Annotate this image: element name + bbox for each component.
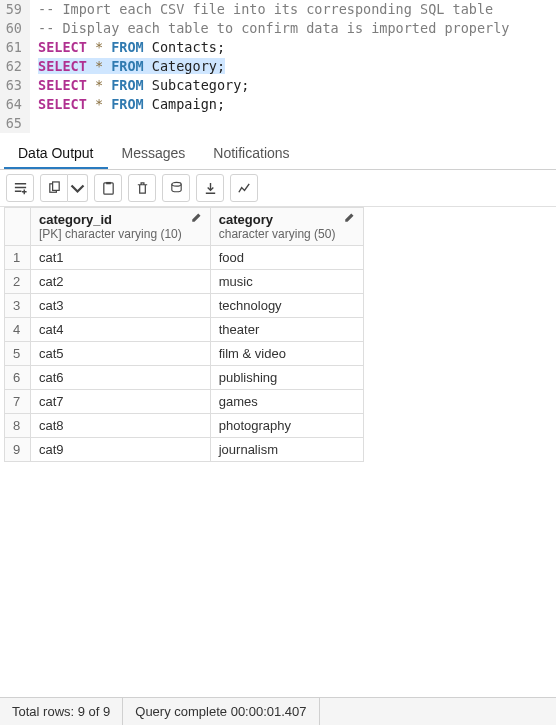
line-number: 60 <box>4 19 22 38</box>
download-button[interactable] <box>196 174 224 202</box>
column-header-category[interactable]: category character varying (50) <box>210 208 364 246</box>
delete-button[interactable] <box>128 174 156 202</box>
row-number-header <box>5 208 31 246</box>
line-number: 62 <box>4 57 22 76</box>
line-number: 61 <box>4 38 22 57</box>
code-line[interactable]: -- Display each table to confirm data is… <box>38 19 509 38</box>
cell-category_id[interactable]: cat8 <box>31 414 211 438</box>
chart-line-icon <box>237 181 252 196</box>
column-type: [PK] character varying (10) <box>39 227 182 241</box>
sql-editor[interactable]: 59606162636465 -- Import each CSV file i… <box>0 0 556 133</box>
cell-category[interactable]: music <box>210 270 364 294</box>
cell-category_id[interactable]: cat6 <box>31 366 211 390</box>
download-icon <box>203 181 218 196</box>
cell-category[interactable]: games <box>210 390 364 414</box>
tab-messages[interactable]: Messages <box>108 137 200 169</box>
table-row[interactable]: 2cat2music <box>5 270 364 294</box>
save-data-button[interactable] <box>162 174 190 202</box>
cell-category_id[interactable]: cat7 <box>31 390 211 414</box>
cell-category_id[interactable]: cat2 <box>31 270 211 294</box>
pencil-icon[interactable] <box>190 212 202 227</box>
row-number-cell[interactable]: 2 <box>5 270 31 294</box>
row-number-cell[interactable]: 8 <box>5 414 31 438</box>
column-name: category_id <box>39 212 182 227</box>
row-number-cell[interactable]: 6 <box>5 366 31 390</box>
output-tabs: Data Output Messages Notifications <box>0 137 556 170</box>
chevron-down-icon <box>70 181 85 196</box>
svg-point-4 <box>171 182 180 186</box>
pencil-icon[interactable] <box>343 212 355 227</box>
svg-rect-1 <box>52 181 59 189</box>
row-number-cell[interactable]: 5 <box>5 342 31 366</box>
row-number-cell[interactable]: 3 <box>5 294 31 318</box>
row-number-cell[interactable]: 1 <box>5 246 31 270</box>
copy-icon <box>47 181 62 196</box>
cell-category_id[interactable]: cat5 <box>31 342 211 366</box>
code-line[interactable]: -- Import each CSV file into its corresp… <box>38 0 509 19</box>
results-grid[interactable]: category_id [PK] character varying (10) … <box>4 207 364 462</box>
code-area[interactable]: -- Import each CSV file into its corresp… <box>30 0 509 133</box>
cell-category[interactable]: publishing <box>210 366 364 390</box>
cell-category[interactable]: photography <box>210 414 364 438</box>
cell-category_id[interactable]: cat3 <box>31 294 211 318</box>
table-row[interactable]: 5cat5film & video <box>5 342 364 366</box>
paste-button[interactable] <box>94 174 122 202</box>
copy-dropdown-button[interactable] <box>68 174 88 202</box>
code-line[interactable] <box>38 114 509 133</box>
tab-data-output[interactable]: Data Output <box>4 137 108 169</box>
clipboard-icon <box>101 181 116 196</box>
results-toolbar <box>0 170 556 207</box>
cell-category_id[interactable]: cat9 <box>31 438 211 462</box>
table-row[interactable]: 8cat8photography <box>5 414 364 438</box>
column-type: character varying (50) <box>219 227 336 241</box>
column-header-category_id[interactable]: category_id [PK] character varying (10) <box>31 208 211 246</box>
table-row[interactable]: 6cat6publishing <box>5 366 364 390</box>
trash-icon <box>135 181 150 196</box>
database-save-icon <box>169 181 184 196</box>
table-row[interactable]: 1cat1food <box>5 246 364 270</box>
code-line[interactable]: SELECT * FROM Subcategory; <box>38 76 509 95</box>
add-row-button[interactable] <box>6 174 34 202</box>
tab-notifications[interactable]: Notifications <box>199 137 303 169</box>
column-name: category <box>219 212 336 227</box>
code-line[interactable]: SELECT * FROM Category; <box>38 57 509 76</box>
table-row[interactable]: 4cat4theater <box>5 318 364 342</box>
line-number: 65 <box>4 114 22 133</box>
cell-category[interactable]: film & video <box>210 342 364 366</box>
cell-category[interactable]: theater <box>210 318 364 342</box>
table-row[interactable]: 7cat7games <box>5 390 364 414</box>
code-line[interactable]: SELECT * FROM Contacts; <box>38 38 509 57</box>
line-number-gutter: 59606162636465 <box>0 0 30 133</box>
line-number: 64 <box>4 95 22 114</box>
cell-category[interactable]: food <box>210 246 364 270</box>
cell-category_id[interactable]: cat1 <box>31 246 211 270</box>
add-row-icon <box>13 181 28 196</box>
cell-category[interactable]: journalism <box>210 438 364 462</box>
code-line[interactable]: SELECT * FROM Campaign; <box>38 95 509 114</box>
svg-rect-3 <box>106 181 111 183</box>
row-number-cell[interactable]: 7 <box>5 390 31 414</box>
status-bar: Total rows: 9 of 9 Query complete 00:00:… <box>0 697 556 725</box>
chart-button[interactable] <box>230 174 258 202</box>
row-number-cell[interactable]: 9 <box>5 438 31 462</box>
status-query-time: Query complete 00:00:01.407 <box>123 698 319 725</box>
row-number-cell[interactable]: 4 <box>5 318 31 342</box>
results-grid-wrap[interactable]: category_id [PK] character varying (10) … <box>0 207 556 697</box>
table-row[interactable]: 3cat3technology <box>5 294 364 318</box>
line-number: 63 <box>4 76 22 95</box>
cell-category[interactable]: technology <box>210 294 364 318</box>
status-row-count: Total rows: 9 of 9 <box>0 698 123 725</box>
cell-category_id[interactable]: cat4 <box>31 318 211 342</box>
table-row[interactable]: 9cat9journalism <box>5 438 364 462</box>
copy-button[interactable] <box>40 174 68 202</box>
svg-rect-2 <box>103 182 112 193</box>
line-number: 59 <box>4 0 22 19</box>
